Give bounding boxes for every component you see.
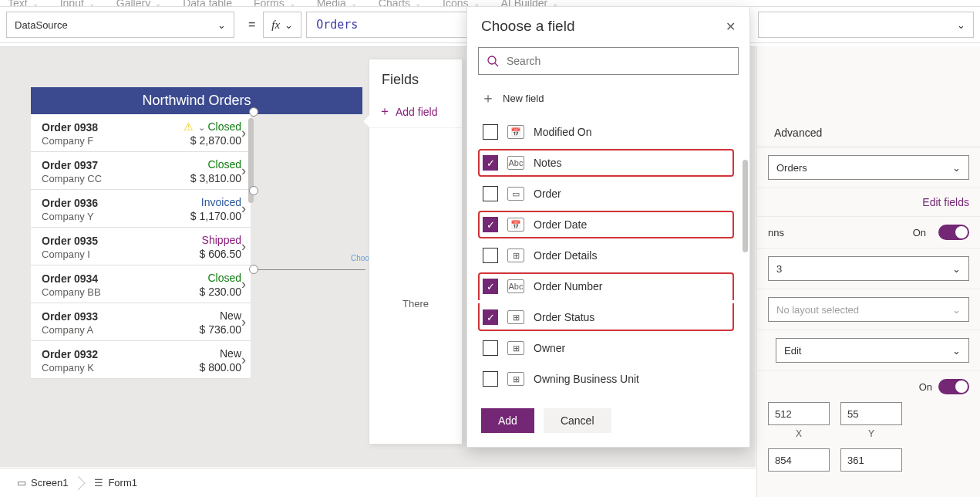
width-input[interactable]: 854 — [768, 448, 830, 472]
property-name: DataSource — [15, 19, 68, 31]
property-dropdown[interactable]: DataSource ⌄ — [6, 12, 234, 38]
new-field-label: New field — [503, 93, 544, 104]
order-row[interactable]: Order 0933Company ANew$ 736.00› — [31, 303, 251, 341]
insert-ribbon: Text⌄ Input⌄ Gallery⌄ Data table Forms⌄ … — [0, 0, 980, 6]
add-button[interactable]: Add — [481, 408, 534, 433]
close-icon[interactable]: ✕ — [726, 19, 736, 34]
field-option[interactable]: ⊞Owning Business Unit — [478, 363, 740, 394]
crumb-form[interactable]: ☰ Form1 — [86, 474, 145, 492]
equals-sign: = — [241, 18, 263, 32]
search-input[interactable] — [507, 55, 730, 67]
field-type-icon: 📅 — [507, 218, 524, 232]
visible-toggle[interactable] — [938, 379, 969, 394]
order-company: Company K — [42, 362, 172, 374]
chevron-right-icon: › — [241, 163, 246, 179]
chevron-right-icon: › — [241, 352, 246, 368]
search-icon — [487, 55, 499, 67]
field-option[interactable]: ✓⊞Order Status — [478, 302, 740, 333]
layout-dropdown[interactable]: No layout selected ⌄ — [768, 297, 969, 322]
order-company: Company I — [42, 248, 172, 260]
order-number: Order 0937 — [42, 159, 172, 171]
field-checkbox[interactable] — [483, 124, 498, 140]
field-checkbox[interactable] — [483, 371, 498, 387]
field-list-scrollbar[interactable] — [743, 160, 748, 252]
chevron-down-icon: ⌄ — [198, 123, 205, 132]
field-type-icon: ⊞ — [507, 372, 524, 386]
mode-dropdown[interactable]: Edit ⌄ — [776, 338, 969, 363]
new-field-button[interactable]: ＋ New field — [467, 83, 749, 113]
height-input[interactable]: 361 — [840, 448, 902, 472]
fields-panel-title: Fields — [369, 59, 462, 99]
field-checkbox[interactable]: ✓ — [483, 155, 498, 171]
chevron-down-icon: ⌄ — [285, 19, 293, 31]
order-status: ⚠⌄ Closed — [172, 120, 241, 133]
field-type-icon: Abc — [507, 156, 524, 170]
fx-button[interactable]: fx ⌄ — [263, 12, 301, 38]
order-row[interactable]: Order 0936Company YInvoiced$ 1,170.00› — [31, 190, 251, 228]
order-status: Shipped — [172, 234, 241, 246]
field-name: Order Number — [534, 280, 602, 292]
layout-placeholder: No layout selected — [776, 304, 859, 316]
resize-handle[interactable] — [249, 107, 258, 117]
order-status: Closed — [172, 272, 241, 284]
order-row[interactable]: Order 0934Company BBClosed$ 230.00› — [31, 265, 251, 303]
order-number: Order 0934 — [42, 272, 172, 285]
y-input[interactable]: 55 — [840, 402, 902, 425]
order-row[interactable]: Order 0932Company KNew$ 800.00› — [31, 341, 251, 379]
formula-text: Orders — [316, 18, 358, 32]
toggle-label: On — [919, 381, 932, 393]
field-picker: Choose a field ✕ ＋ New field 📅Modified O… — [466, 6, 750, 448]
columns-dropdown[interactable]: 3 ⌄ — [768, 256, 969, 281]
field-checkbox[interactable]: ✓ — [483, 217, 498, 232]
crumb-screen[interactable]: ▭ Screen1 — [9, 474, 76, 492]
field-option[interactable]: ⊞Owner — [478, 333, 740, 363]
selection-line — [258, 269, 365, 270]
data-source-dropdown[interactable]: Orders ⌄ — [768, 155, 969, 180]
order-row[interactable]: Order 0935Company IShipped$ 606.50› — [31, 228, 251, 265]
field-type-icon: ⊞ — [507, 341, 524, 355]
field-type-icon: ⊞ — [507, 310, 524, 324]
edit-fields-link[interactable]: Edit fields — [922, 196, 969, 208]
field-checkbox[interactable] — [483, 186, 498, 201]
order-company: Company A — [42, 324, 172, 336]
field-option[interactable]: 📅Modified On — [478, 117, 740, 147]
field-option[interactable]: ⊞Order Details — [478, 240, 740, 271]
chevron-down-icon: ⌄ — [952, 304, 961, 316]
order-company: Company BB — [42, 286, 172, 298]
tab-advanced[interactable]: Advanced — [763, 117, 833, 147]
order-row[interactable]: Order 0938Company F⚠⌄ Closed$ 2,870.00› — [31, 114, 251, 152]
formula-result-dropdown[interactable]: ⌄ — [758, 12, 974, 38]
svg-point-0 — [488, 56, 496, 64]
field-checkbox[interactable] — [483, 340, 498, 356]
field-checkbox[interactable]: ✓ — [483, 309, 498, 325]
field-name: Owner — [534, 342, 565, 354]
field-name: Notes — [534, 157, 562, 169]
chevron-right-icon: › — [241, 125, 246, 141]
gallery-title: Northwind Orders — [31, 87, 362, 114]
field-option[interactable]: ✓📅Order Date — [478, 209, 740, 240]
chevron-down-icon: ⌄ — [952, 345, 961, 357]
plus-icon: ＋ — [379, 103, 391, 120]
order-company: Company F — [42, 135, 172, 147]
field-option[interactable]: ✓AbcNotes — [478, 147, 740, 178]
orders-gallery[interactable]: Northwind Orders Order 0938Company F⚠⌄ C… — [31, 87, 251, 379]
field-checkbox[interactable]: ✓ — [483, 279, 498, 294]
crumb-label: Screen1 — [31, 477, 68, 489]
x-input[interactable]: 512 — [768, 402, 830, 425]
warning-icon: ⚠ — [184, 120, 194, 133]
cancel-button[interactable]: Cancel — [544, 408, 611, 433]
field-option[interactable]: ▭Order — [478, 178, 740, 209]
field-option[interactable]: ✓AbcOrder Number — [478, 271, 740, 302]
resize-handle[interactable] — [249, 186, 258, 195]
chevron-right-icon: › — [241, 276, 246, 292]
x-label: X — [796, 428, 802, 439]
order-row[interactable]: Order 0937Company CCClosed$ 3,810.00› — [31, 152, 251, 190]
snap-toggle[interactable] — [938, 225, 969, 240]
field-name: Order — [534, 188, 561, 200]
chevron-right-icon: › — [241, 314, 246, 330]
add-field-button[interactable]: ＋ Add field — [369, 99, 462, 128]
field-checkbox[interactable] — [483, 248, 498, 263]
field-name: Modified On — [534, 126, 591, 138]
picker-search[interactable] — [478, 47, 739, 75]
order-number: Order 0936 — [42, 197, 172, 209]
